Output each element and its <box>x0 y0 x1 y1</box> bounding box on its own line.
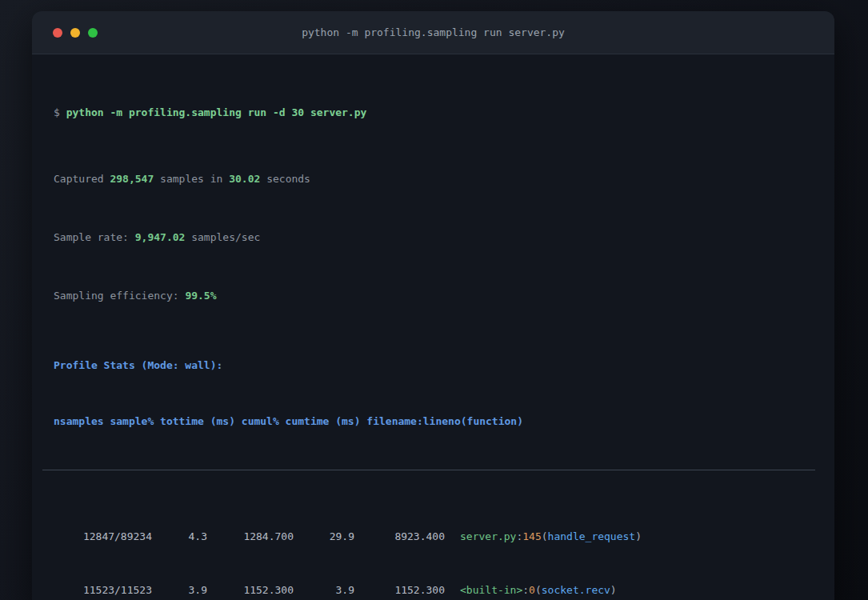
nsamples-cell: 12847/89234 <box>54 528 152 546</box>
sample-rate-suffix: samples/sec <box>191 231 260 243</box>
terminal-output[interactable]: $ python -m profiling.sampling run -d 30… <box>32 54 834 600</box>
close-button[interactable] <box>53 28 62 38</box>
cumtime-cell: 8923.400 <box>354 528 445 546</box>
lineno-text: 145 <box>522 530 541 542</box>
function-cell: <built-in>:0(socket.recv) <box>460 582 617 599</box>
sample-pct-cell: 3.9 <box>152 582 207 599</box>
maximize-button[interactable] <box>88 28 98 38</box>
cumtime-cell: 1152.300 <box>354 582 445 599</box>
table-header: nsamples sample% tottime (ms) cumul% cum… <box>54 413 815 430</box>
captured-duration-value: 30.02 <box>229 173 260 185</box>
minimize-button[interactable] <box>70 28 80 38</box>
traffic-lights <box>53 28 98 38</box>
profile-stats-title: Profile Stats (Mode: wall): <box>54 354 815 377</box>
captured-label: Captured <box>54 173 104 185</box>
sample-rate-label: Sample rate: <box>54 231 129 243</box>
window-titlebar[interactable]: python -m profiling.sampling run server.… <box>32 11 834 54</box>
colon-separator: : <box>522 584 529 596</box>
captured-line: Captured 298,547 samples in 30.02 second… <box>54 168 815 190</box>
window-title: python -m profiling.sampling run server.… <box>32 26 834 38</box>
sample-pct-cell: 4.3 <box>152 528 207 546</box>
close-paren: ) <box>635 530 642 542</box>
efficiency-value: 99.5% <box>185 290 216 302</box>
function-name-text: handle_request <box>548 530 636 542</box>
sample-rate-value: 9,947.02 <box>135 231 186 243</box>
close-paren: ) <box>610 584 617 596</box>
table-divider <box>42 470 815 470</box>
nsamples-cell: 11523/11523 <box>54 582 152 599</box>
command-line: $ python -m profiling.sampling run -d 30… <box>54 102 815 124</box>
captured-mid-label: samples in <box>160 173 222 185</box>
tottime-cell: 1284.700 <box>207 528 294 546</box>
sample-rate-line: Sample rate: 9,947.02 samples/sec <box>54 226 815 249</box>
profile-table-row: 11523/115233.91152.3003.91152.300<built-… <box>54 582 815 599</box>
efficiency-label: Sampling efficiency: <box>54 290 179 302</box>
open-paren: ( <box>535 584 542 596</box>
cumul-pct-cell: 3.9 <box>294 582 354 599</box>
open-paren: ( <box>542 530 548 542</box>
cumul-pct-cell: 29.9 <box>294 528 354 546</box>
filename-text: server.py <box>460 530 516 542</box>
profile-table-row: 12847/892344.31284.70029.98923.400server… <box>54 528 815 546</box>
terminal-window: python -m profiling.sampling run server.… <box>32 11 834 600</box>
function-cell: server.py:145(handle_request) <box>460 528 642 546</box>
function-name-text: socket.recv <box>542 584 610 596</box>
tottime-cell: 1152.300 <box>207 582 294 599</box>
filename-text: <built-in> <box>460 584 522 596</box>
efficiency-line: Sampling efficiency: 99.5% <box>54 285 815 307</box>
command-text: python -m profiling.sampling run -d 30 s… <box>66 106 367 118</box>
captured-suffix-label: seconds <box>266 173 310 185</box>
prompt-symbol: $ <box>54 106 60 118</box>
captured-samples-value: 298,547 <box>110 173 154 185</box>
lineno-text: 0 <box>529 584 535 596</box>
